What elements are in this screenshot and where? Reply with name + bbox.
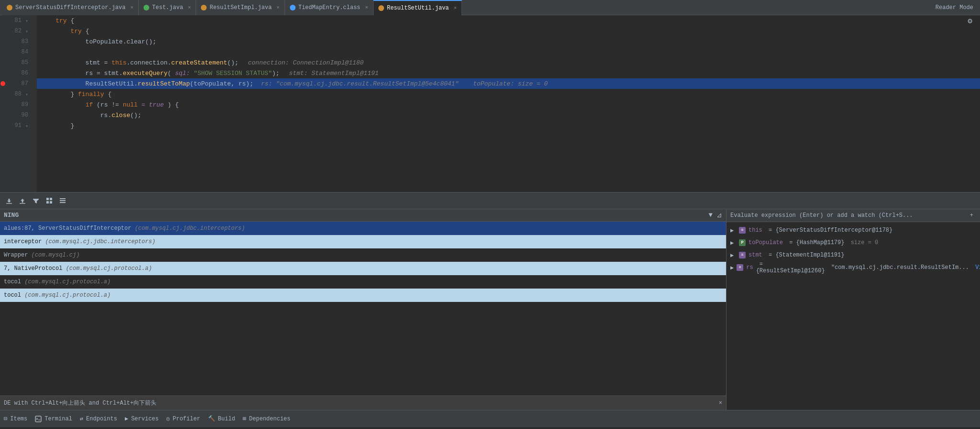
build-label: Build	[218, 416, 235, 422]
profiler-label: Profiler	[173, 416, 200, 422]
line-num-83: 83	[6, 36, 32, 47]
tab-resultsetimpl[interactable]: ResultSetImpl.java ×	[196, 0, 285, 15]
svg-rect-8	[60, 202, 66, 203]
debug-item-4[interactable]: tocol (com.mysql.cj.protocol.a)	[0, 275, 726, 289]
grid-button[interactable]	[44, 195, 55, 206]
settings-icon[interactable]: ⚙	[968, 16, 972, 26]
line-num-89: 89	[6, 99, 32, 110]
fold-icon[interactable]: ▾	[23, 92, 28, 97]
status-dependencies-button[interactable]: ⊞ Dependencies	[243, 415, 291, 422]
field-icon: ≡	[739, 227, 746, 234]
code-line-90: rs.close();	[37, 110, 980, 120]
java-file-icon	[143, 5, 149, 11]
services-icon: ▶	[125, 415, 128, 422]
fold-icon[interactable]: ▾	[23, 18, 28, 23]
terminal-icon	[35, 416, 42, 422]
tab-close-icon[interactable]: ×	[276, 5, 280, 11]
tab-tiedmapentry[interactable]: TiedMapEntry.class ×	[285, 0, 374, 15]
field-icon: ≡	[739, 252, 746, 258]
code-line-82: try {	[37, 26, 980, 36]
debug-list: alues:87, ServerStatusDiffInterceptor (c…	[0, 222, 726, 396]
filter-funnel-icon[interactable]: ⊿	[716, 211, 722, 219]
terminal-label: Terminal	[44, 416, 72, 422]
code-editor: 81 ▾ 82 ▾ 83 84 85 86 87 88 ▾ 89 90	[0, 15, 980, 192]
filter-icon[interactable]: ▼	[709, 211, 713, 219]
tab-label: ServerStatusDiffInterceptor.java	[15, 4, 125, 11]
notification-bar: DE with Ctrl+Alt+向上箭头 and Ctrl+Alt+向下箭头 …	[0, 396, 726, 410]
upload-button[interactable]	[17, 195, 28, 206]
notification-close-button[interactable]: ×	[719, 400, 722, 407]
download-button[interactable]	[4, 195, 14, 206]
status-profiler-button[interactable]: ◎ Profiler	[166, 415, 200, 422]
tab-server-status[interactable]: ServerStatusDiffInterceptor.java ×	[2, 0, 139, 15]
status-services-button[interactable]: ▶ Services	[125, 415, 159, 422]
notification-text: DE with Ctrl+Alt+向上箭头 and Ctrl+Alt+向下箭头	[4, 399, 156, 407]
eval-header: Evaluate expression (Enter) or add a wat…	[727, 209, 980, 222]
debug-item-3[interactable]: 7, NativeProtocol (com.mysql.cj.protocol…	[0, 262, 726, 275]
line-num-88: 88 ▾	[6, 89, 32, 99]
code-line-81: try {	[37, 15, 980, 26]
param-icon: P	[739, 239, 746, 246]
status-terminal-button[interactable]: Terminal	[35, 416, 72, 422]
filter-button[interactable]	[31, 195, 41, 206]
tab-close-icon[interactable]: ×	[454, 5, 457, 11]
status-bar: ⊟ Items Terminal ⇄ Endpoints ▶ Services …	[0, 410, 980, 427]
code-line-89: if (rs != null = true ) {	[37, 99, 980, 110]
line-num-87: 87	[6, 78, 32, 89]
breakpoint-87[interactable]	[0, 81, 5, 86]
tab-resultsetutil[interactable]: ResultSetUtil.java ×	[374, 0, 462, 15]
status-build-button[interactable]: 🔨 Build	[208, 415, 235, 422]
bottom-toolbar	[0, 192, 980, 209]
svg-rect-4	[46, 201, 49, 204]
debug-item-5[interactable]: tocol (com.mysql.cj.protocol.a)	[0, 289, 726, 302]
expand-icon[interactable]: ▶	[730, 252, 736, 259]
expand-icon[interactable]: ▶	[730, 239, 736, 247]
tab-label: Test.java	[152, 4, 183, 11]
expand-icon[interactable]: ▶	[730, 264, 734, 271]
eval-placeholder: Evaluate expression (Enter) or add a wat…	[730, 212, 913, 219]
reader-mode-label: Reader Mode	[936, 4, 973, 11]
tab-close-icon[interactable]: ×	[365, 5, 368, 11]
debug-panel: NING ▼ ⊿ alues:87, ServerStatusDiffInter…	[0, 209, 727, 410]
debug-title: NING	[4, 212, 19, 219]
bottom-panels: NING ▼ ⊿ alues:87, ServerStatusDiffInter…	[0, 209, 980, 410]
java-file-icon	[201, 5, 207, 11]
reader-mode-button[interactable]: Reader Mode	[936, 4, 978, 11]
editor-gutter	[0, 15, 6, 192]
tab-bar: ServerStatusDiffInterceptor.java × Test.…	[0, 0, 980, 15]
code-line-87: ResultSetUtil.resultSetToMap(toPopulate,…	[37, 78, 980, 89]
debug-item-2[interactable]: Wrapper (com.mysql.cj)	[0, 248, 726, 262]
debug-item-0[interactable]: alues:87, ServerStatusDiffInterceptor (c…	[0, 222, 726, 235]
fold-icon[interactable]: ▾	[23, 29, 28, 33]
line-num-90: 90	[6, 110, 32, 120]
tab-close-icon[interactable]: ×	[130, 5, 133, 11]
var-item-rs[interactable]: ▶ ≡ rs = {ResultSetImpl@1260} "com.mysql…	[727, 261, 980, 274]
var-item-topopulate[interactable]: ▶ P toPopulate = {HashMap@1179} size = 0	[727, 236, 980, 249]
code-line-84	[37, 47, 980, 57]
tab-close-icon[interactable]: ×	[188, 5, 191, 11]
code-line-88: } finally {	[37, 89, 980, 99]
build-icon: 🔨	[208, 415, 215, 422]
tab-test[interactable]: Test.java ×	[139, 0, 196, 15]
endpoints-icon: ⇄	[80, 415, 83, 422]
var-item-stmt[interactable]: ▶ ≡ stmt = {StatementImpl@1191}	[727, 249, 980, 261]
eval-add-button[interactable]: +	[967, 211, 976, 220]
debug-item-1[interactable]: interceptor (com.mysql.cj.jdbc.intercept…	[0, 235, 726, 248]
tab-label: TiedMapEntry.class	[298, 4, 361, 11]
plus-icon: +	[970, 212, 973, 219]
svg-rect-1	[20, 203, 25, 204]
var-item-this[interactable]: ▶ ≡ this = {ServerStatusDiffInterceptor@…	[727, 224, 980, 236]
code-line-85: stmt = this.connection.createStatement()…	[37, 57, 980, 68]
view-link[interactable]: Vi	[975, 264, 980, 271]
list-button[interactable]	[57, 195, 68, 206]
svg-rect-7	[60, 200, 66, 201]
status-endpoints-button[interactable]: ⇄ Endpoints	[80, 415, 117, 422]
dependencies-icon: ⊞	[243, 415, 246, 422]
svg-rect-2	[46, 198, 49, 200]
status-items-button[interactable]: ⊟ Items	[4, 415, 27, 422]
fold-icon[interactable]: ▾	[23, 123, 28, 128]
java-file-icon	[7, 5, 12, 11]
debug-header: NING ▼ ⊿	[0, 209, 726, 222]
tab-label: ResultSetImpl.java	[209, 4, 272, 11]
expand-icon[interactable]: ▶	[730, 227, 736, 234]
